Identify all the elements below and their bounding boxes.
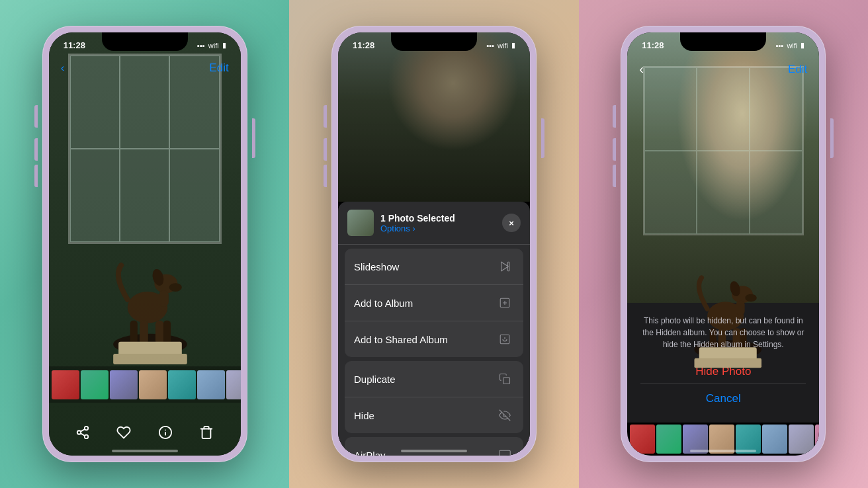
back-button-left[interactable]: ‹ <box>61 61 65 75</box>
add-album-label: Add to Album <box>354 298 413 309</box>
svg-rect-45 <box>736 301 745 315</box>
share-options-link[interactable]: Options › <box>380 224 496 233</box>
menu-item-add-album[interactable]: Add to Album <box>345 285 523 321</box>
left-panel: 11:28 ▪▪▪ wifi ▮ ‹ Edit <box>0 0 289 488</box>
thumb-item[interactable] <box>168 370 196 399</box>
share-sheet: 1 Photo Selected Options › × Slideshow <box>338 202 530 456</box>
share-header: 1 Photo Selected Options › × <box>338 202 530 245</box>
status-icons-middle: ▪▪▪ wifi ▮ <box>486 41 515 50</box>
heart-icon[interactable] <box>114 423 134 442</box>
menu-item-shared-album[interactable]: Add to Shared Album <box>345 321 523 357</box>
thumb-item[interactable] <box>110 370 138 399</box>
home-indicator-left <box>112 450 178 452</box>
battery-icon-r: ▮ <box>801 41 804 50</box>
middle-panel: 11:28 ▪▪▪ wifi ▮ 1 Photo Selected <box>289 0 578 488</box>
share-sheet-container: 1 Photo Selected Options › × Slideshow <box>338 32 530 456</box>
edit-button-right[interactable]: Edit <box>788 63 807 76</box>
time-right: 11:28 <box>642 40 664 50</box>
menu-section-3: AirPlay Use as Wallpaper <box>345 437 523 456</box>
status-icons-right: ▪▪▪ wifi ▮ <box>776 41 805 50</box>
thumb-item[interactable] <box>52 370 79 399</box>
svg-rect-7 <box>159 290 168 306</box>
hide-label: Hide <box>354 410 374 421</box>
notch <box>102 32 188 51</box>
thumb-item[interactable] <box>197 370 225 399</box>
wifi-icon: wifi <box>208 42 219 50</box>
hide-overlay: This photo will be hidden, but can be fo… <box>627 32 819 456</box>
hide-icon <box>496 406 514 425</box>
svg-rect-8 <box>130 321 137 345</box>
duplicate-icon <box>496 370 514 388</box>
status-icons-left: ▪▪▪ wifi ▮ <box>197 41 226 50</box>
menu-item-hide[interactable]: Hide <box>345 397 523 433</box>
menu-list: Slideshow Add to Album <box>338 245 530 456</box>
battery-icon-m: ▮ <box>511 41 515 50</box>
dimmed-photo <box>338 32 530 202</box>
notch-middle <box>391 32 477 51</box>
wifi-icon-r: wifi <box>787 42 797 50</box>
share-header-text: 1 Photo Selected Options › <box>380 213 496 233</box>
slideshow-label: Slideshow <box>354 261 399 272</box>
svg-rect-49 <box>695 358 762 368</box>
thumb-item-r[interactable] <box>815 425 819 454</box>
menu-item-airplay[interactable]: AirPlay <box>345 437 523 456</box>
share-icon[interactable] <box>73 423 93 442</box>
hide-message: This photo will be hidden, but can be fo… <box>640 315 806 350</box>
svg-rect-11 <box>113 354 187 364</box>
svg-point-3 <box>169 283 181 292</box>
share-title: 1 Photo Selected <box>380 213 496 224</box>
time-left: 11:28 <box>64 40 85 50</box>
bottom-toolbar-left <box>49 423 241 442</box>
share-close-button[interactable]: × <box>502 214 521 232</box>
signal-icon: ▪▪▪ <box>197 42 205 50</box>
menu-section-1: Slideshow Add to Album <box>345 249 523 357</box>
svg-rect-5 <box>140 321 148 345</box>
thumbnail-strip-left[interactable] <box>49 366 241 403</box>
airplay-label: AirPlay <box>354 450 386 456</box>
signal-icon-m: ▪▪▪ <box>486 42 494 50</box>
right-phone-screen: 11:28 ▪▪▪ wifi ▮ ‹ Edit <box>627 32 819 456</box>
thumb-item[interactable] <box>226 370 241 399</box>
shared-album-label: Add to Shared Album <box>354 334 448 345</box>
duplicate-label: Duplicate <box>354 374 396 385</box>
svg-rect-9 <box>163 321 171 345</box>
thumb-item-r[interactable] <box>656 425 681 454</box>
shared-album-icon <box>496 330 514 348</box>
photo-area-left <box>49 32 241 456</box>
edit-button-left[interactable]: Edit <box>209 61 228 75</box>
home-indicator-right <box>690 450 756 452</box>
middle-phone-screen: 11:28 ▪▪▪ wifi ▮ 1 Photo Selected <box>338 32 530 456</box>
svg-rect-6 <box>155 321 164 345</box>
signal-icon-r: ▪▪▪ <box>776 42 784 50</box>
slideshow-icon <box>496 257 514 276</box>
menu-item-slideshow[interactable]: Slideshow <box>345 249 523 285</box>
menu-item-duplicate[interactable]: Duplicate <box>345 361 523 397</box>
battery-icon: ▮ <box>222 41 226 50</box>
svg-rect-22 <box>503 378 510 384</box>
time-middle: 11:28 <box>353 40 374 50</box>
right-panel: 11:28 ▪▪▪ wifi ▮ ‹ Edit <box>579 0 868 488</box>
thumb-item-r[interactable] <box>630 425 655 454</box>
back-chevron-icon: ‹ <box>61 61 65 75</box>
thumb-item[interactable] <box>81 370 108 399</box>
back-button-right[interactable]: ‹ <box>639 61 644 77</box>
left-phone-screen: 11:28 ▪▪▪ wifi ▮ ‹ Edit <box>49 32 241 456</box>
middle-phone: 11:28 ▪▪▪ wifi ▮ 1 Photo Selected <box>331 26 537 462</box>
thumb-item[interactable] <box>139 370 167 399</box>
left-phone: 11:28 ▪▪▪ wifi ▮ ‹ Edit <box>42 26 247 462</box>
airplay-icon <box>496 446 514 456</box>
right-phone: 11:28 ▪▪▪ wifi ▮ ‹ Edit <box>621 26 826 462</box>
trash-icon[interactable] <box>196 423 216 442</box>
wifi-icon-m: wifi <box>498 42 508 50</box>
svg-point-41 <box>746 294 757 302</box>
notch-right <box>680 32 766 51</box>
home-indicator-middle <box>401 450 467 452</box>
share-photo-thumb <box>347 210 374 236</box>
thumb-item-r[interactable] <box>789 425 814 454</box>
add-album-icon <box>496 294 514 312</box>
menu-section-2: Duplicate Hide <box>345 361 523 433</box>
info-icon[interactable] <box>155 423 175 442</box>
svg-marker-15 <box>501 262 509 271</box>
